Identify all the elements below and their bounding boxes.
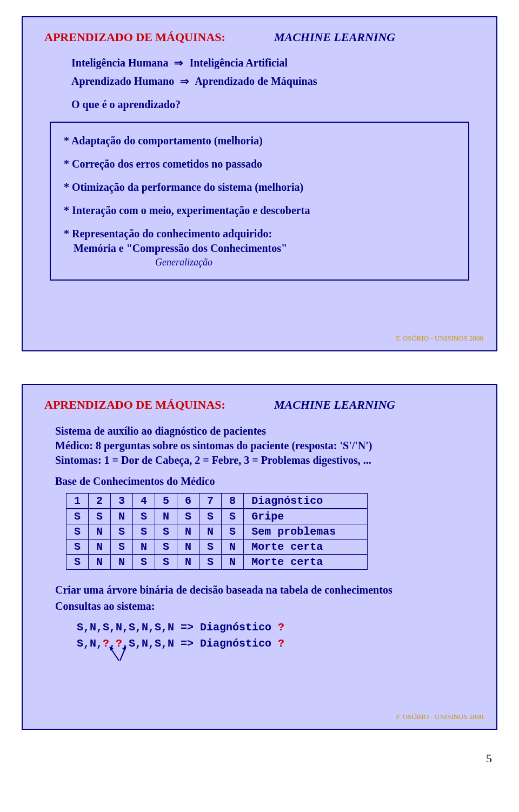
after-line-2: Consultas ao sistema: [55, 600, 155, 612]
cell: N [89, 540, 111, 555]
cell: N [89, 524, 111, 540]
desc-line-1: Sistema de auxílio ao diagnóstico de pac… [55, 425, 266, 437]
desc-line-3: Sintomas: 1 = Dor de Cabeça, 2 = Febre, … [55, 454, 371, 466]
q1-text: S,N,S,N,S,N,S,N => Diagnóstico [77, 621, 278, 634]
description-block: Sistema de auxílio ao diagnóstico de pac… [55, 424, 475, 468]
cell-diag: Morte certa [244, 555, 368, 570]
col-5: 5 [155, 494, 177, 509]
cell: N [177, 524, 199, 540]
col-diag: Diagnóstico [244, 494, 368, 509]
title-bar: APRENDIZADO DE MÁQUINAS: MACHINE LEARNIN… [44, 398, 475, 412]
cell: S [199, 540, 222, 555]
cell: S [133, 509, 155, 524]
q2-f: ? [278, 637, 284, 650]
cell: N [133, 540, 155, 555]
col-1: 1 [66, 494, 89, 509]
desc-line-2: Médico: 8 perguntas sobre os sintomas do… [55, 440, 372, 451]
row2-left: Aprendizado Humano [71, 75, 174, 87]
q1-mark: ? [278, 621, 284, 634]
bullet-5-main: * Representação do conhecimento adquirid… [64, 228, 272, 239]
table-header-row: 1 2 3 4 5 6 7 8 Diagnóstico [66, 494, 368, 509]
col-7: 7 [199, 494, 222, 509]
cell: S [155, 540, 177, 555]
bullet-2: * Correção dos erros cometidos no passad… [64, 157, 455, 171]
question-text: O que é o aprendizado? [71, 98, 475, 111]
cell: S [133, 555, 155, 570]
pointer-arrows-icon [109, 650, 475, 660]
svg-marker-3 [122, 647, 127, 651]
cell: N [199, 524, 222, 540]
title-right: MACHINE LEARNING [274, 398, 395, 412]
cell: S [222, 509, 244, 524]
bullet-1: * Adaptação do comportamento (melhoria) [64, 134, 455, 148]
row2-right: Aprendizado de Máquinas [195, 75, 317, 87]
cell: S [66, 524, 89, 540]
cell: S [66, 540, 89, 555]
cell: S [66, 509, 89, 524]
mapping-row-2: Aprendizado Humano ⇒ Aprendizado de Máqu… [71, 75, 475, 88]
title-left: APRENDIZADO DE MÁQUINAS: [44, 30, 225, 44]
cell: N [111, 509, 133, 524]
col-4: 4 [133, 494, 155, 509]
table-row: SNNSSNSNMorte certa [66, 555, 368, 570]
slide-2: APRENDIZADO DE MÁQUINAS: MACHINE LEARNIN… [22, 384, 497, 730]
kb-title: Base de Conhecimentos do Médico [55, 475, 475, 488]
slide-1: APRENDIZADO DE MÁQUINAS: MACHINE LEARNIN… [22, 16, 497, 351]
table-row: SNSSSNNSSem problemas [66, 524, 368, 540]
knowledge-table: 1 2 3 4 5 6 7 8 Diagnóstico SSNSNSSSGrip… [66, 493, 368, 570]
arrow-icon: ⇒ [174, 57, 183, 69]
cell: S [155, 524, 177, 540]
after-line-1: Criar uma árvore binária de decisão base… [55, 584, 392, 596]
table-row: SNSNSNSNMorte certa [66, 540, 368, 555]
arrow-icon: ⇒ [180, 75, 189, 87]
row1-left: Inteligência Humana [71, 57, 168, 69]
q2-a: S,N, [77, 637, 103, 650]
cell: S [155, 555, 177, 570]
table-row: SSNSNSSSGripe [66, 509, 368, 524]
cell: S [89, 509, 111, 524]
cell: S [111, 540, 133, 555]
title-right: MACHINE LEARNING [274, 30, 395, 44]
q2-b: ? [103, 637, 109, 650]
bullet-5-subit: Generalização [64, 256, 455, 269]
cell: S [222, 524, 244, 540]
cell: S [66, 555, 89, 570]
cell: N [111, 555, 133, 570]
cell-diag: Sem problemas [244, 524, 368, 540]
mapping-row-1: Inteligência Humana ⇒ Inteligência Artif… [71, 56, 475, 69]
cell: S [133, 524, 155, 540]
cell: N [89, 555, 111, 570]
cell: N [222, 555, 244, 570]
after-table-block: Criar uma árvore binária de decisão base… [55, 582, 475, 614]
bullet-5: * Representação do conhecimento adquirid… [64, 227, 455, 269]
cell: N [222, 540, 244, 555]
query-1: S,N,S,N,S,N,S,N => Diagnóstico ? [77, 620, 475, 636]
bullet-4: * Interação com o meio, experimentação e… [64, 203, 455, 218]
col-2: 2 [89, 494, 111, 509]
cell-diag: Gripe [244, 509, 368, 524]
svg-marker-1 [109, 647, 114, 651]
cell: S [177, 509, 199, 524]
cell: S [199, 555, 222, 570]
cell: N [155, 509, 177, 524]
slide-footer: F. OSÓRIO - UNISINOS 2000 [396, 713, 483, 721]
cell-diag: Morte certa [244, 540, 368, 555]
col-8: 8 [222, 494, 244, 509]
col-3: 3 [111, 494, 133, 509]
title-bar: APRENDIZADO DE MÁQUINAS: MACHINE LEARNIN… [44, 30, 475, 44]
cell: S [199, 509, 222, 524]
slide-footer: F. OSÓRIO - UNISINOS 2000 [396, 334, 483, 343]
cell: S [111, 524, 133, 540]
row1-right: Inteligência Artificial [189, 57, 288, 69]
cell: N [177, 555, 199, 570]
definition-box: * Adaptação do comportamento (melhoria) … [50, 122, 469, 281]
bullet-5-sub: Memória e "Compressão dos Conhecimentos" [74, 241, 455, 256]
title-left: APRENDIZADO DE MÁQUINAS: [44, 398, 225, 412]
page-number: 5 [22, 751, 492, 766]
col-6: 6 [177, 494, 199, 509]
bullet-3: * Otimização da performance do sistema (… [64, 180, 455, 195]
cell: N [177, 540, 199, 555]
